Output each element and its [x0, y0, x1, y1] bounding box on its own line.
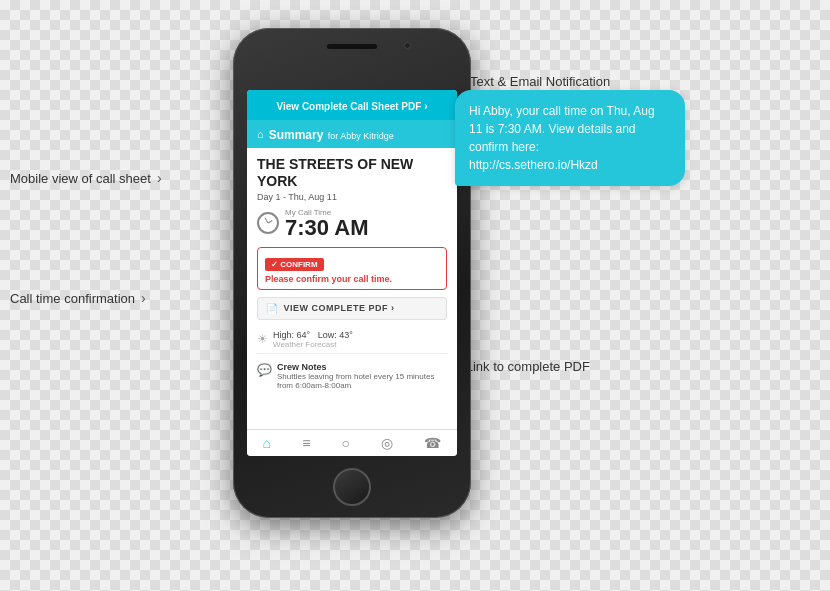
- chevron-right-icon: ›: [157, 170, 162, 186]
- pdf-row[interactable]: 📄 VIEW COMPLETE PDF ›: [257, 297, 447, 320]
- header-title: Summary: [269, 128, 324, 142]
- weather-low: Low: 43°: [318, 330, 353, 340]
- chevron-right-icon-2: ›: [141, 290, 146, 306]
- annotation-text-email-label: Text & Email Notification: [470, 74, 610, 89]
- call-time-section: My Call Time 7:30 AM: [257, 208, 447, 239]
- topbar[interactable]: View Complete Call Sheet PDF ›: [247, 90, 457, 120]
- weather-row: ☀ High: 64° Low: 43° Weather Forecast: [257, 326, 447, 354]
- confirm-message: Please confirm your call time.: [265, 274, 439, 284]
- nav-home-icon[interactable]: ⌂: [263, 435, 271, 451]
- nav-location-icon[interactable]: ◎: [381, 435, 393, 451]
- day-info: Day 1 - Thu, Aug 11: [257, 192, 447, 202]
- confirm-box: ✓ CONFIRM Please confirm your call time.: [257, 247, 447, 290]
- nav-phone-icon[interactable]: ☎: [424, 435, 441, 451]
- annotation-mobile: Mobile view of call sheet ›: [10, 170, 162, 186]
- annotation-mobile-label: Mobile view of call sheet: [10, 171, 151, 186]
- weather-icon: ☀: [257, 332, 268, 346]
- call-time-value: 7:30 AM: [285, 217, 369, 239]
- annotation-pdf: ‹ Link to complete PDF: [455, 358, 590, 374]
- annotation-calltime-label: Call time confirmation: [10, 291, 135, 306]
- nav-list-icon[interactable]: ≡: [302, 435, 310, 451]
- crew-row: 💬 Crew Notes Shuttles leaving from hotel…: [257, 358, 447, 394]
- production-title: THE STREETS OF NEW YORK: [257, 156, 447, 190]
- sms-bubble: Hi Abby, your call time on Thu, Aug 11 i…: [455, 90, 685, 186]
- clock-icon: [257, 212, 279, 234]
- annotation-text-email: ✓ Text & Email Notification: [455, 74, 610, 89]
- screen-content: THE STREETS OF NEW YORK Day 1 - Thu, Aug…: [247, 148, 457, 402]
- phone-camera: [404, 42, 411, 49]
- phone-speaker: [327, 44, 377, 49]
- crew-icon: 💬: [257, 363, 272, 377]
- phone-screen: View Complete Call Sheet PDF › ⌂ Summary…: [247, 90, 457, 456]
- confirm-button[interactable]: ✓ CONFIRM: [265, 258, 324, 271]
- crew-title: Crew Notes: [277, 362, 447, 372]
- header-subtitle: for Abby Kitridge: [328, 131, 394, 141]
- annotation-calltime: Call time confirmation ›: [10, 290, 146, 306]
- crew-notes: Shuttles leaving from hotel every 15 min…: [277, 372, 447, 390]
- home-icon: ⌂: [257, 128, 264, 140]
- pdf-icon: 📄: [266, 303, 279, 314]
- phone-device: View Complete Call Sheet PDF › ⌂ Summary…: [233, 28, 471, 518]
- weather-high: High: 64°: [273, 330, 310, 340]
- nav-clock-icon[interactable]: ○: [342, 435, 350, 451]
- screen-header: ⌂ Summary for Abby Kitridge: [247, 120, 457, 148]
- screen-nav: ⌂ ≡ ○ ◎ ☎: [247, 429, 457, 456]
- phone-home-button[interactable]: [333, 468, 371, 506]
- pdf-button-label: VIEW COMPLETE PDF ›: [284, 303, 395, 313]
- sms-text: Hi Abby, your call time on Thu, Aug 11 i…: [469, 104, 655, 172]
- topbar-label: View Complete Call Sheet PDF ›: [277, 101, 428, 112]
- annotation-pdf-label: Link to complete PDF: [466, 359, 590, 374]
- weather-label: Weather Forecast: [273, 340, 353, 349]
